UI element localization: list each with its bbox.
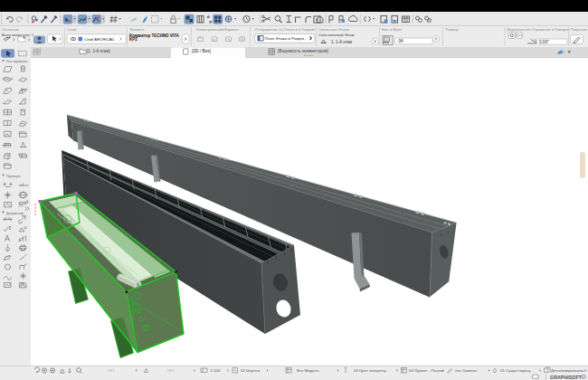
svg-text:Документир: Документир	[6, 212, 24, 215]
svg-text:Проекция: Проекция	[6, 175, 20, 178]
svg-text:Конструирован: Конструирован	[6, 60, 28, 63]
